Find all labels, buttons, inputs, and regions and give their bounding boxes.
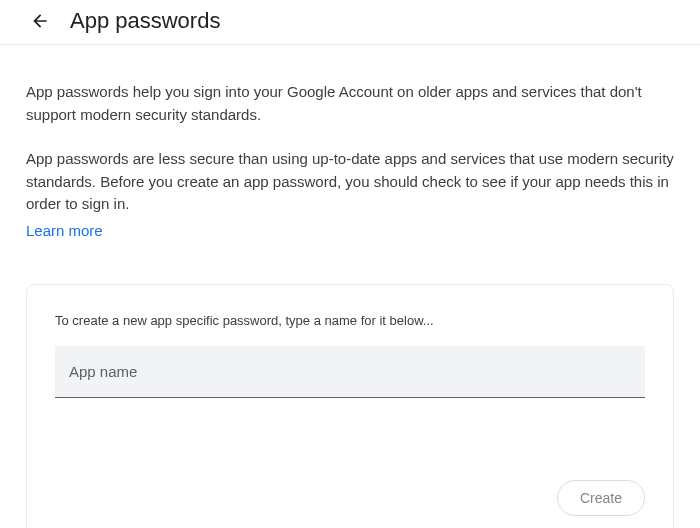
description-paragraph-2: App passwords are less secure than using…	[26, 148, 674, 216]
create-button[interactable]: Create	[557, 480, 645, 516]
description-paragraph-1: App passwords help you sign into your Go…	[26, 81, 674, 126]
input-wrapper	[55, 346, 645, 398]
app-name-input[interactable]	[55, 346, 645, 398]
content-area: App passwords help you sign into your Go…	[0, 45, 700, 528]
create-card: To create a new app specific password, t…	[26, 284, 674, 529]
create-row: Create	[55, 480, 645, 516]
card-hint-text: To create a new app specific password, t…	[55, 313, 645, 328]
page-title: App passwords	[70, 8, 220, 34]
arrow-left-icon	[30, 11, 50, 31]
learn-more-link[interactable]: Learn more	[26, 222, 103, 239]
back-button[interactable]	[28, 9, 52, 33]
page-header: App passwords	[0, 0, 700, 45]
